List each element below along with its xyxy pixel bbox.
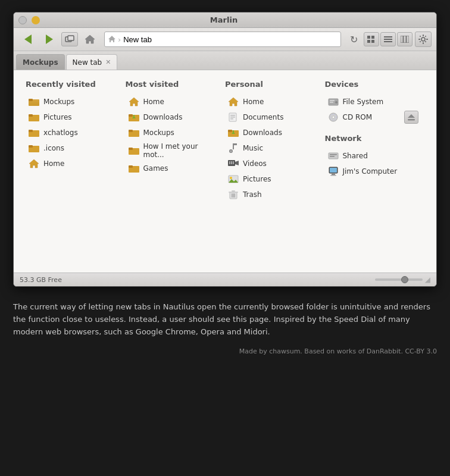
window-close-button[interactable] bbox=[18, 16, 27, 24]
list-item[interactable]: Downloads bbox=[225, 126, 319, 140]
svg-rect-21 bbox=[425, 36, 427, 37]
eject-icon bbox=[407, 114, 415, 121]
address-separator: › bbox=[118, 35, 121, 44]
music-icon bbox=[227, 142, 239, 154]
svg-rect-79 bbox=[408, 119, 415, 121]
back-button[interactable] bbox=[18, 31, 38, 48]
svg-rect-81 bbox=[330, 154, 337, 155]
svg-rect-56 bbox=[233, 143, 237, 145]
list-item[interactable]: How I met your mot... bbox=[126, 141, 220, 160]
home-icon bbox=[28, 158, 40, 170]
list-item[interactable]: Shared bbox=[325, 149, 419, 163]
new-window-button[interactable] bbox=[61, 32, 78, 46]
list-item[interactable]: xchatlogs bbox=[26, 126, 120, 140]
svg-point-54 bbox=[230, 151, 232, 152]
address-bar[interactable]: › New tab bbox=[104, 32, 341, 47]
svg-rect-37 bbox=[133, 115, 135, 117]
list-item[interactable]: Pictures bbox=[225, 172, 319, 186]
svg-rect-18 bbox=[426, 39, 428, 40]
list-item[interactable]: Home bbox=[126, 95, 220, 109]
svg-rect-61 bbox=[233, 161, 234, 164]
personal-section: Personal Home bbox=[225, 80, 325, 203]
list-item[interactable]: Music bbox=[225, 141, 319, 155]
item-label: Games bbox=[143, 164, 168, 173]
svg-rect-69 bbox=[233, 193, 234, 198]
network-icon bbox=[327, 150, 339, 162]
list-item[interactable]: Mockups bbox=[126, 126, 220, 140]
list-item[interactable]: Games bbox=[126, 161, 220, 176]
svg-marker-2 bbox=[85, 35, 95, 43]
list-item[interactable]: Documents bbox=[225, 110, 319, 124]
svg-rect-13 bbox=[407, 36, 409, 43]
svg-rect-50 bbox=[228, 130, 232, 132]
svg-rect-12 bbox=[404, 36, 406, 43]
list-item[interactable]: Home bbox=[225, 95, 319, 109]
svg-point-14 bbox=[421, 37, 425, 41]
home-icon bbox=[227, 96, 239, 108]
svg-rect-35 bbox=[129, 114, 133, 117]
column-view-button[interactable] bbox=[397, 32, 412, 46]
forward-button[interactable] bbox=[40, 31, 59, 48]
tabbar: Mockups New tab ✕ bbox=[14, 51, 436, 70]
list-item[interactable]: CD ROM bbox=[325, 110, 402, 124]
item-label: Mockups bbox=[43, 98, 74, 106]
list-item[interactable]: Downloads bbox=[126, 110, 220, 124]
svg-marker-32 bbox=[29, 159, 39, 168]
downloads-icon bbox=[128, 111, 140, 123]
grid-view-icon bbox=[367, 36, 376, 43]
list-item[interactable]: Jim's Computer bbox=[325, 164, 419, 178]
svg-rect-10 bbox=[384, 41, 392, 42]
svg-rect-16 bbox=[423, 42, 424, 44]
list-view-button[interactable] bbox=[380, 32, 396, 46]
list-item[interactable]: Home bbox=[26, 156, 120, 171]
credit-text: Made by chawsum. Based on works of DanRa… bbox=[0, 347, 450, 367]
window-minimize-button[interactable] bbox=[32, 16, 40, 24]
folder-icon bbox=[28, 96, 40, 108]
reload-button[interactable]: ↻ bbox=[346, 32, 361, 46]
recently-visited-section: Recently visited Mockups Pictures bbox=[26, 80, 126, 203]
list-item[interactable]: File System bbox=[325, 95, 419, 109]
eject-button[interactable] bbox=[404, 111, 418, 124]
item-label: Pictures bbox=[243, 175, 271, 183]
window-controls bbox=[18, 16, 40, 24]
svg-rect-8 bbox=[384, 36, 392, 37]
item-label: Home bbox=[143, 98, 164, 106]
svg-rect-86 bbox=[330, 175, 336, 176]
svg-marker-33 bbox=[129, 98, 139, 106]
downloads-icon bbox=[227, 127, 239, 139]
zoom-slider[interactable] bbox=[375, 278, 423, 281]
personal-title: Personal bbox=[225, 80, 319, 89]
svg-marker-78 bbox=[408, 114, 415, 118]
svg-rect-4 bbox=[367, 36, 370, 39]
section-spacer bbox=[325, 126, 419, 134]
most-visited-title: Most visited bbox=[126, 80, 220, 89]
svg-rect-15 bbox=[423, 35, 424, 36]
svg-point-63 bbox=[230, 177, 232, 179]
item-label: xchatlogs bbox=[43, 129, 78, 137]
list-item[interactable]: Trash bbox=[225, 187, 319, 202]
svg-rect-1 bbox=[68, 36, 74, 40]
svg-rect-67 bbox=[232, 190, 235, 192]
svg-rect-7 bbox=[371, 40, 374, 43]
svg-rect-29 bbox=[29, 130, 33, 132]
titlebar: Marlin bbox=[14, 12, 436, 28]
svg-rect-48 bbox=[230, 118, 233, 120]
sections-container: Recently visited Mockups Pictures bbox=[26, 80, 424, 203]
most-visited-section: Most visited Home bbox=[126, 80, 226, 203]
tab-mockups[interactable]: Mockups bbox=[16, 54, 65, 70]
address-input[interactable]: New tab bbox=[123, 35, 337, 44]
list-item[interactable]: .icons bbox=[26, 141, 120, 155]
grid-view-button[interactable] bbox=[364, 32, 379, 46]
list-item[interactable]: Pictures bbox=[26, 110, 120, 124]
list-item[interactable]: Videos bbox=[225, 156, 319, 171]
tab-newtab[interactable]: New tab ✕ bbox=[66, 54, 118, 70]
tab-close-button[interactable]: ✕ bbox=[105, 59, 111, 65]
filesystem-icon bbox=[327, 96, 339, 108]
list-item[interactable]: Mockups bbox=[26, 95, 120, 109]
home-button[interactable] bbox=[80, 31, 99, 48]
item-label: Documents bbox=[243, 113, 283, 121]
resize-handle[interactable]: ◢ bbox=[425, 275, 430, 284]
marlin-window: Marlin bbox=[13, 12, 437, 287]
svg-rect-41 bbox=[129, 148, 133, 150]
settings-button[interactable] bbox=[415, 32, 432, 47]
